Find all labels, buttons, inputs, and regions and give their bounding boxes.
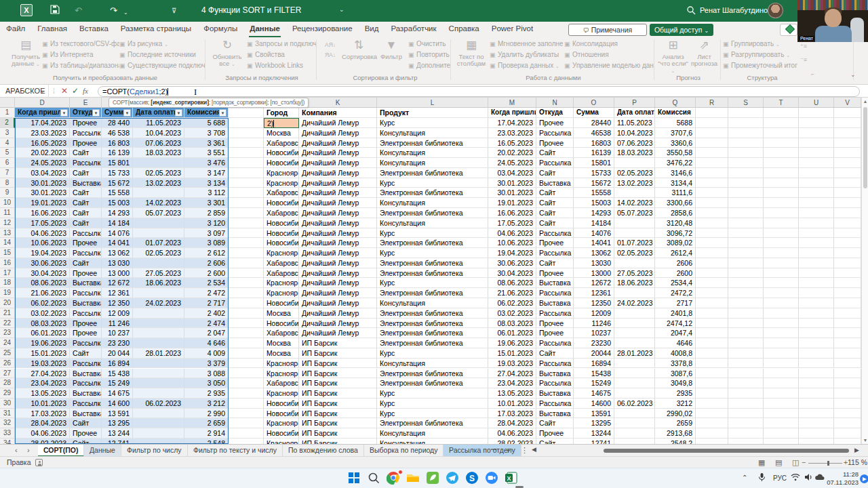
what-if-button[interactable]: ⊞Анализ "что если" ⌄ (658, 39, 688, 74)
cell[interactable]: Рассылка (70, 359, 102, 369)
row-header[interactable]: 31 (0, 409, 15, 419)
ribbon-tab-главная[interactable]: Главная (31, 22, 73, 37)
cell[interactable] (799, 319, 834, 329)
cell[interactable] (229, 278, 264, 288)
cell[interactable] (133, 218, 184, 228)
column-title[interactable]: Комиссия (655, 108, 696, 118)
column-header-P[interactable]: P (614, 98, 655, 108)
cell[interactable]: 23.03.2023 (488, 128, 536, 138)
cell[interactable]: 13062 (574, 248, 614, 258)
cell[interactable]: 15 438 (102, 369, 133, 379)
cell[interactable] (696, 418, 728, 428)
hscroll-left-icon[interactable]: ◀ (532, 446, 536, 453)
cell[interactable]: 13244 (574, 428, 614, 439)
cell[interactable]: 10.04.2023 (614, 128, 655, 138)
cell[interactable] (696, 328, 728, 338)
cell[interactable]: 28440 (574, 118, 614, 128)
cell[interactable] (614, 369, 655, 379)
skype-icon[interactable]: S (465, 471, 480, 486)
cell[interactable]: 2 659 (184, 418, 229, 428)
cell[interactable] (133, 359, 184, 369)
database-button[interactable]: ▤Получить данные ⌄ (8, 39, 43, 74)
cell[interactable]: 19.03.2023 (488, 359, 536, 369)
cell[interactable] (614, 228, 655, 239)
cell[interactable] (728, 399, 764, 409)
cell[interactable]: 13 244 (102, 428, 133, 439)
cell[interactable]: Новосибирск (264, 409, 299, 419)
cell[interactable]: 3 379 (184, 359, 229, 369)
cell[interactable]: 07.06.2023 (614, 138, 655, 148)
cell[interactable]: 15 249 (102, 378, 133, 388)
cell[interactable]: 10.06.2023 (488, 238, 536, 248)
cell[interactable]: 2 402 (184, 308, 229, 319)
cell[interactable]: 2858,6 (655, 208, 696, 218)
cell[interactable] (834, 308, 861, 319)
cell[interactable]: 16139 (574, 148, 614, 158)
cell[interactable]: Хабаровск (264, 268, 299, 279)
row-header[interactable]: 10 (0, 198, 15, 208)
ribbon-item[interactable]: ▣Из Интернета (42, 49, 119, 60)
cell[interactable]: Красноярск (264, 288, 299, 298)
cell[interactable]: ИП Барсик (299, 338, 377, 348)
cell[interactable]: Прочее (70, 238, 102, 248)
cancel-entry-icon[interactable]: ✕ (61, 85, 68, 98)
cell[interactable] (133, 428, 184, 439)
row-header[interactable]: 21 (0, 308, 15, 319)
cell[interactable] (696, 118, 728, 128)
ribbon-tab-данные[interactable]: Данные (243, 22, 286, 37)
zoom-slider-thumb[interactable] (827, 461, 829, 466)
clock[interactable]: 11:28 07.11.2023 (826, 470, 859, 487)
cell[interactable]: Сайт (536, 208, 574, 218)
cell[interactable]: 3089,02 (655, 238, 696, 248)
cell[interactable] (229, 178, 264, 188)
insert-function-icon[interactable]: fx (83, 85, 88, 98)
cell[interactable] (799, 128, 834, 138)
cell[interactable]: 17.03.2023 (15, 409, 70, 419)
cell[interactable]: Прочее (536, 138, 574, 148)
explorer-icon[interactable] (406, 471, 421, 486)
cell[interactable]: 3 212 (184, 399, 229, 409)
document-title[interactable]: 4 Функции SORT и FILTER (201, 5, 301, 15)
cell[interactable]: 12672 (574, 278, 614, 288)
cell[interactable] (764, 308, 799, 319)
column-header-R[interactable]: R (696, 98, 728, 108)
column-title[interactable]: Когда пришли (488, 108, 536, 118)
confirm-entry-icon[interactable]: ✓ (72, 85, 79, 98)
cell[interactable]: Рассылка (70, 399, 102, 409)
speaker-icon[interactable] (804, 473, 813, 483)
cell[interactable] (799, 428, 834, 439)
cell[interactable]: 15733 (574, 168, 614, 178)
cell[interactable]: 08.03.2023 (488, 319, 536, 329)
cell[interactable]: 10.01.2023 (488, 399, 536, 409)
row-header[interactable]: 23 (0, 328, 15, 338)
cell[interactable] (696, 198, 728, 208)
cell[interactable] (764, 258, 799, 268)
lightshot-icon[interactable] (426, 471, 441, 486)
cell[interactable]: Выставка (536, 369, 574, 379)
cell[interactable]: 04.06.2023 (488, 228, 536, 239)
sheet-tab-2[interactable]: Данные (84, 445, 121, 457)
cell[interactable]: Новосибирск (264, 158, 299, 168)
cell[interactable]: Дичайший Лемур (299, 118, 377, 128)
cell[interactable]: Москва (264, 308, 299, 319)
cell[interactable]: Москва (264, 338, 299, 348)
cell[interactable]: 12361 (574, 288, 614, 298)
cell[interactable]: 30.01.2023 (15, 188, 70, 198)
cell[interactable]: Хабаровск (264, 138, 299, 148)
cell[interactable]: Электронная библиотека (377, 319, 488, 329)
vertical-scrollbar[interactable]: ▲ ▼ (861, 98, 868, 444)
cell[interactable] (728, 428, 764, 439)
cell[interactable]: 18.03.2023 (614, 148, 655, 158)
cell[interactable]: ИП Барсик (299, 439, 377, 444)
cell[interactable] (229, 428, 264, 439)
cell[interactable]: Новосибирск (264, 198, 299, 208)
undo-icon[interactable]: ↶ (75, 5, 82, 17)
formula-bar-grip[interactable]: ⁞ (53, 85, 55, 98)
cell[interactable]: 3 089 (184, 238, 229, 248)
cell[interactable] (799, 208, 834, 218)
sheet-tab-1[interactable]: СОРТ(ПО) (38, 445, 84, 457)
cell[interactable]: 14.02.2023 (133, 198, 184, 208)
account-name[interactable]: Ренат Шагабутдинов (700, 6, 772, 14)
cell[interactable]: Рассылка (70, 158, 102, 168)
cell[interactable]: Новосибирск (264, 298, 299, 308)
